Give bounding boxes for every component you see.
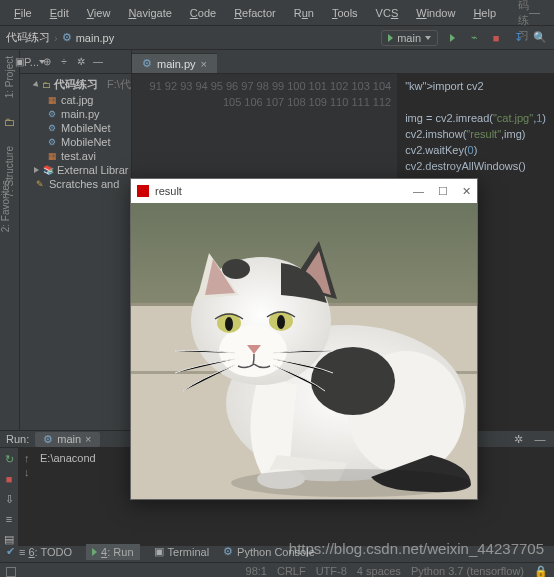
debug-button[interactable]: ⌁ bbox=[466, 30, 482, 46]
nav-bar: 代码练习 › ⚙ main.py main ⌁ ■ ↧ 🔍 bbox=[0, 26, 554, 50]
search-button[interactable]: 🔍 bbox=[532, 30, 548, 46]
status-interpreter[interactable]: Python 3.7 (tensorflow) bbox=[411, 565, 524, 577]
tool-run[interactable]: 4: Run bbox=[86, 544, 139, 560]
run-config-label: main bbox=[397, 32, 421, 44]
svg-point-6 bbox=[311, 347, 395, 415]
tree-item-mobilenet2[interactable]: ⚙MobileNet bbox=[20, 135, 131, 149]
project-toolbar: ▣ P... ⊕ ÷ ✲ — bbox=[20, 50, 131, 74]
menu-view[interactable]: View bbox=[79, 4, 119, 22]
editor-tab-main[interactable]: ⚙ main.py × bbox=[132, 53, 217, 73]
tree-root[interactable]: 🗀代码练习 F:\代码 bbox=[20, 76, 131, 93]
folder-icon[interactable]: 🗀 bbox=[4, 116, 15, 128]
status-encoding[interactable]: UTF-8 bbox=[316, 565, 347, 577]
menu-file[interactable]: File bbox=[6, 4, 40, 22]
svg-point-13 bbox=[277, 315, 285, 329]
status-caret-pos[interactable]: 98:1 bbox=[246, 565, 267, 577]
svg-point-8 bbox=[222, 259, 250, 279]
tool-project[interactable]: 1: Project bbox=[4, 56, 15, 98]
editor-tab-label: main.py bbox=[157, 58, 196, 70]
editor-tabs: ⚙ main.py × bbox=[132, 50, 554, 74]
menu-tools[interactable]: Tools bbox=[324, 4, 366, 22]
tree-item-test-avi[interactable]: ▦test.avi bbox=[20, 149, 131, 163]
img-minimize-icon[interactable]: — bbox=[413, 185, 424, 198]
menu-refactor[interactable]: Refactor bbox=[226, 4, 284, 22]
app-icon bbox=[137, 185, 149, 197]
svg-point-12 bbox=[225, 317, 233, 331]
run-tool-title: Run: bbox=[6, 433, 29, 445]
menu-help[interactable]: Help bbox=[465, 4, 504, 22]
run-config-selector[interactable]: main bbox=[381, 30, 438, 46]
chevron-down-icon bbox=[425, 36, 431, 40]
project-tool-window: ▣ P... ⊕ ÷ ✲ — 🗀代码练习 F:\代码 ▦cat.jpg ⚙mai… bbox=[20, 50, 132, 430]
run-side-toolbar: ↻ ■ ⇩ ≡ ▤ bbox=[0, 448, 18, 546]
minimize-icon[interactable]: — bbox=[529, 6, 540, 19]
rerun-button[interactable]: ↻ bbox=[2, 452, 16, 466]
menu-vcs[interactable]: VCS bbox=[368, 4, 407, 22]
img-maximize-icon[interactable]: ☐ bbox=[438, 185, 448, 198]
project-view-selector[interactable]: ▣ P... bbox=[23, 55, 37, 69]
close-tab-icon[interactable]: × bbox=[201, 58, 207, 70]
breadcrumb-file[interactable]: main.py bbox=[76, 32, 115, 44]
tool-favorites[interactable]: 2: Favorites bbox=[0, 180, 11, 232]
run-tool-tab[interactable]: ⚙main× bbox=[35, 432, 99, 447]
run-config-icon bbox=[388, 34, 393, 42]
hide-icon[interactable]: — bbox=[91, 55, 105, 69]
img-close-icon[interactable]: ✕ bbox=[462, 185, 471, 198]
tree-item-mobilenet1[interactable]: ⚙MobileNet bbox=[20, 121, 131, 135]
image-result-window[interactable]: result — ☐ ✕ bbox=[130, 178, 478, 500]
tool-python-console[interactable]: ⚙Python Console bbox=[223, 545, 315, 558]
status-lock-icon[interactable]: 🔒 bbox=[534, 565, 548, 577]
image-window-title: result bbox=[155, 185, 182, 197]
tree-external-libraries[interactable]: 📚External Librar bbox=[20, 163, 131, 177]
svg-point-15 bbox=[231, 469, 471, 497]
status-indicator-icon[interactable] bbox=[6, 567, 16, 577]
collapse-icon[interactable]: ÷ bbox=[57, 55, 71, 69]
tree-scratches[interactable]: ✎Scratches and bbox=[20, 177, 131, 191]
run-output-text: E:\anacond bbox=[40, 452, 96, 542]
left-tool-gutter: 1: Project 🗀 7: Structure bbox=[0, 50, 20, 430]
window-controls: — ☐ ✕ bbox=[529, 6, 554, 19]
tree-item-main-py[interactable]: ⚙main.py bbox=[20, 107, 131, 121]
menu-code[interactable]: Code bbox=[182, 4, 224, 22]
stop-button[interactable]: ■ bbox=[488, 30, 504, 46]
stop-run-button[interactable]: ■ bbox=[2, 472, 16, 486]
menu-run[interactable]: Run bbox=[286, 4, 322, 22]
main-menu: File Edit View Navigate Code Refactor Ru… bbox=[6, 4, 504, 22]
breadcrumb-separator: › bbox=[54, 32, 58, 44]
layout-button[interactable]: ▤ bbox=[2, 532, 16, 546]
status-indent[interactable]: 4 spaces bbox=[357, 565, 401, 577]
run-button[interactable] bbox=[444, 30, 460, 46]
status-bar: 98:1 CRLF UTF-8 4 spaces Python 3.7 (ten… bbox=[0, 562, 554, 577]
breadcrumb: 代码练习 › ⚙ main.py bbox=[6, 30, 114, 45]
tree-item-cat-jpg[interactable]: ▦cat.jpg bbox=[20, 93, 131, 107]
vcs-update-button[interactable]: ↧ bbox=[510, 30, 526, 46]
close-run-tab-icon[interactable]: × bbox=[85, 433, 91, 445]
menu-navigate[interactable]: Navigate bbox=[120, 4, 179, 22]
image-content bbox=[131, 203, 477, 499]
filter-button[interactable]: ≡ bbox=[2, 512, 16, 526]
project-tree: 🗀代码练习 F:\代码 ▦cat.jpg ⚙main.py ⚙MobileNet… bbox=[20, 74, 131, 193]
tool-terminal[interactable]: ▣Terminal bbox=[154, 545, 210, 558]
settings-icon[interactable]: ✲ bbox=[74, 55, 88, 69]
menu-edit[interactable]: Edit bbox=[42, 4, 77, 22]
locate-icon[interactable]: ⊕ bbox=[40, 55, 54, 69]
breadcrumb-root[interactable]: 代码练习 bbox=[6, 30, 50, 45]
title-bar: File Edit View Navigate Code Refactor Ru… bbox=[0, 0, 554, 26]
status-line-ending[interactable]: CRLF bbox=[277, 565, 306, 577]
down-button[interactable]: ⇩ bbox=[2, 492, 16, 506]
run-hide-icon[interactable]: — bbox=[532, 431, 548, 447]
image-window-titlebar[interactable]: result — ☐ ✕ bbox=[131, 179, 477, 203]
run-settings-icon[interactable]: ✲ bbox=[510, 431, 526, 447]
tool-todo[interactable]: ✔≡ 6: TODO bbox=[6, 545, 72, 558]
menu-window[interactable]: Window bbox=[408, 4, 463, 22]
cat-image bbox=[131, 203, 477, 499]
